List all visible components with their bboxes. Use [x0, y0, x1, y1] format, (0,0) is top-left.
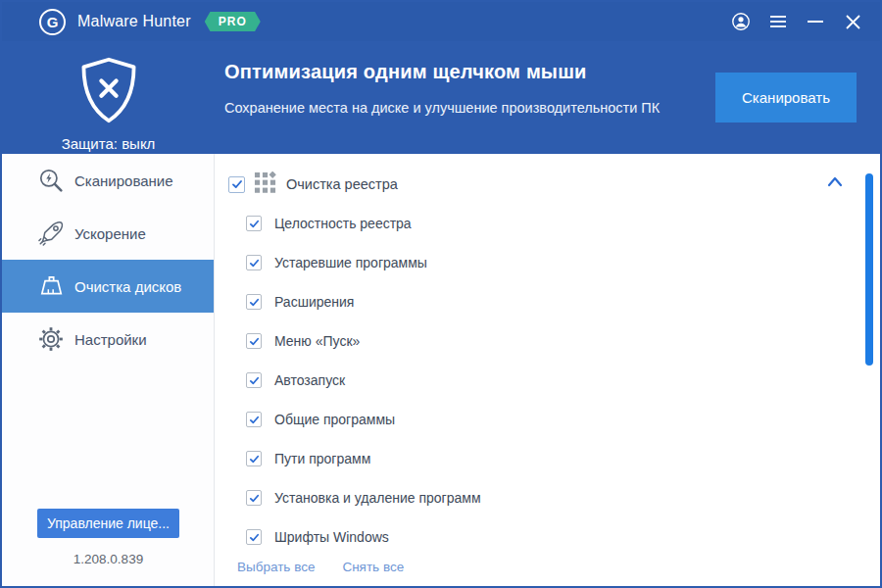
list-item: Шрифты Windows	[216, 521, 882, 553]
app-window: G Malware Hunter PRO	[0, 0, 882, 588]
license-manage-button[interactable]: Управление лице...	[37, 509, 179, 538]
item-checkbox[interactable]	[246, 372, 262, 388]
list-item: Общие программы	[216, 404, 882, 435]
app-logo-icon: G	[39, 9, 66, 35]
item-label: Устаревшие программы	[274, 255, 427, 270]
sidebar-item-scan[interactable]: Сканирование	[2, 154, 214, 207]
sidebar-item-boost[interactable]: Ускорение	[2, 207, 214, 260]
sidebar-item-label: Ускорение	[74, 225, 146, 242]
scan-magnifier-icon	[37, 167, 65, 194]
list-item: Автозапуск	[216, 365, 882, 396]
list-item: Расширения	[216, 286, 882, 318]
item-checkbox[interactable]	[246, 255, 262, 270]
group-checkbox[interactable]	[228, 176, 245, 193]
sidebar-item-label: Очистка дисков	[74, 278, 181, 295]
rocket-icon	[37, 220, 65, 247]
window-controls	[727, 8, 880, 35]
item-label: Пути программ	[274, 451, 370, 466]
item-label: Меню «Пуск»	[274, 333, 360, 349]
item-checkbox[interactable]	[246, 529, 262, 545]
item-checkbox[interactable]	[246, 333, 262, 349]
item-label: Общие программы	[274, 412, 395, 427]
sidebar-item-settings[interactable]: Настройки	[2, 313, 214, 366]
sidebar-item-disk-cleaner[interactable]: Очистка дисков	[2, 260, 214, 313]
deselect-all-link[interactable]: Снять все	[342, 560, 404, 574]
list-item: Устаревшие программы	[216, 247, 882, 278]
protection-status-text: Защита: выкл	[62, 135, 156, 152]
item-checkbox[interactable]	[246, 490, 262, 506]
menu-icon[interactable]	[764, 8, 792, 35]
list-item: Целостность реестра	[216, 208, 882, 239]
chevron-up-icon[interactable]	[825, 172, 847, 194]
select-all-link[interactable]: Выбрать все	[237, 560, 315, 574]
account-icon[interactable]	[727, 8, 755, 35]
item-label: Автозапуск	[274, 372, 345, 388]
registry-clean-panel: Очистка реестра Целостность реестра Уста…	[216, 154, 882, 588]
item-checkbox[interactable]	[246, 451, 262, 466]
list-item: Установка и удаление программ	[216, 482, 882, 514]
item-label: Целостность реестра	[274, 216, 412, 231]
selection-links: Выбрать все Снять все	[237, 560, 404, 574]
close-icon[interactable]	[839, 8, 866, 35]
shield-off-icon	[75, 55, 142, 129]
scan-button[interactable]: Сканировать	[715, 73, 857, 122]
pro-badge: PRO	[205, 12, 261, 31]
app-title: Malware Hunter	[77, 13, 191, 30]
list-item: Меню «Пуск»	[216, 325, 882, 357]
item-checkbox[interactable]	[246, 216, 262, 231]
sidebar-item-label: Настройки	[74, 331, 147, 348]
item-checkbox[interactable]	[246, 412, 262, 427]
broom-icon	[37, 272, 65, 300]
scrollbar-thumb[interactable]	[865, 173, 873, 366]
group-label: Очистка реестра	[286, 176, 398, 192]
page-subtitle: Сохранение места на диске и улучшение пр…	[224, 100, 660, 116]
registry-grid-icon	[254, 172, 276, 198]
minimize-icon[interactable]	[802, 8, 829, 35]
item-label: Установка и удаление программ	[274, 490, 481, 506]
version-number: 1.208.0.839	[2, 552, 215, 566]
protection-status-panel: Защита: выкл	[2, 41, 215, 154]
titlebar: G Malware Hunter PRO	[2, 2, 880, 41]
item-checkbox[interactable]	[246, 294, 262, 310]
item-label: Расширения	[274, 294, 354, 310]
header: Защита: выкл Оптимизация одним щелчком м…	[2, 41, 880, 154]
gear-icon	[37, 325, 65, 353]
group-row-registry-clean: Очистка реестра	[216, 170, 882, 199]
sidebar-item-label: Сканирование	[74, 172, 173, 189]
item-label: Шрифты Windows	[274, 529, 389, 545]
sidebar: Сканирование Ускорение Очис	[2, 154, 215, 588]
list-item: Пути программ	[216, 443, 882, 474]
page-title: Оптимизация одним щелчком мыши	[224, 61, 587, 83]
